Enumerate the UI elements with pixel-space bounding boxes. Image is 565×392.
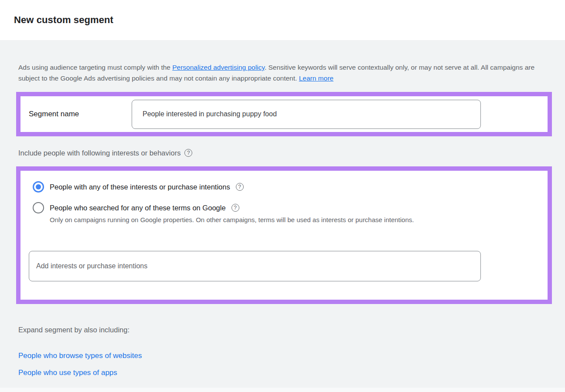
- help-icon[interactable]: ?: [231, 204, 239, 212]
- bottom-strip: [0, 388, 565, 392]
- segment-name-input[interactable]: [132, 100, 481, 129]
- use-apps-link[interactable]: People who use types of apps: [18, 368, 117, 377]
- content-area: Ads using audience targeting must comply…: [0, 40, 565, 392]
- radio-search-terms-label: People who searched for any of these ter…: [50, 204, 226, 212]
- policy-disclaimer: Ads using audience targeting must comply…: [18, 40, 547, 84]
- page-title: New custom segment: [14, 14, 113, 26]
- disclaimer-text-start: Ads using audience targeting must comply…: [18, 64, 172, 71]
- segment-name-label: Segment name: [29, 110, 79, 118]
- help-icon[interactable]: ?: [236, 183, 244, 191]
- page-header: New custom segment: [0, 0, 565, 40]
- segment-name-label-wrap: Segment name: [20, 110, 132, 118]
- include-section-heading: Include people with following interests …: [18, 148, 565, 158]
- radio-button-search-terms-unselected[interactable]: [33, 202, 44, 213]
- browse-websites-link[interactable]: People who browse types of websites: [18, 351, 142, 360]
- expand-section-label: Expand segment by also including:: [18, 326, 565, 334]
- add-interests-input[interactable]: [29, 251, 481, 281]
- segment-name-highlight-annotation: Segment name: [16, 92, 552, 136]
- include-section-label: Include people with following interests …: [18, 149, 180, 157]
- radio-row-interests[interactable]: People with any of these interests or pu…: [33, 181, 548, 193]
- radio-interests-label: People with any of these interests or pu…: [50, 183, 230, 191]
- help-icon[interactable]: ?: [184, 149, 192, 157]
- search-terms-description: Only on campaigns running on Google prop…: [50, 215, 470, 225]
- learn-more-link[interactable]: Learn more: [299, 74, 334, 82]
- options-highlight-annotation: People with any of these interests or pu…: [16, 166, 552, 304]
- radio-dot: [36, 184, 41, 189]
- radio-row-search-terms[interactable]: People who searched for any of these ter…: [33, 202, 548, 213]
- personalized-advertising-policy-link[interactable]: Personalized advertising policy: [172, 64, 265, 71]
- radio-button-interests-selected[interactable]: [33, 181, 44, 193]
